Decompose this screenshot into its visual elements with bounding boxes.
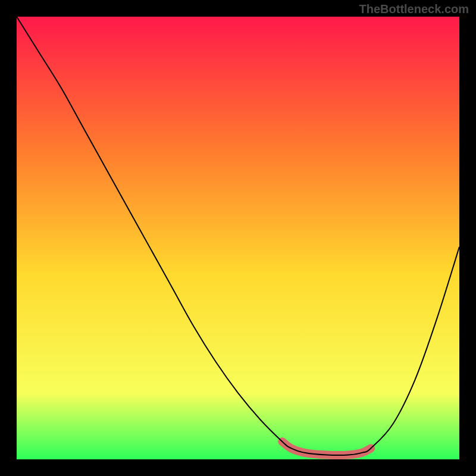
chart-plot-area: [17, 17, 459, 459]
chart-svg: [17, 17, 459, 459]
watermark-text: TheBottleneck.com: [359, 2, 469, 16]
